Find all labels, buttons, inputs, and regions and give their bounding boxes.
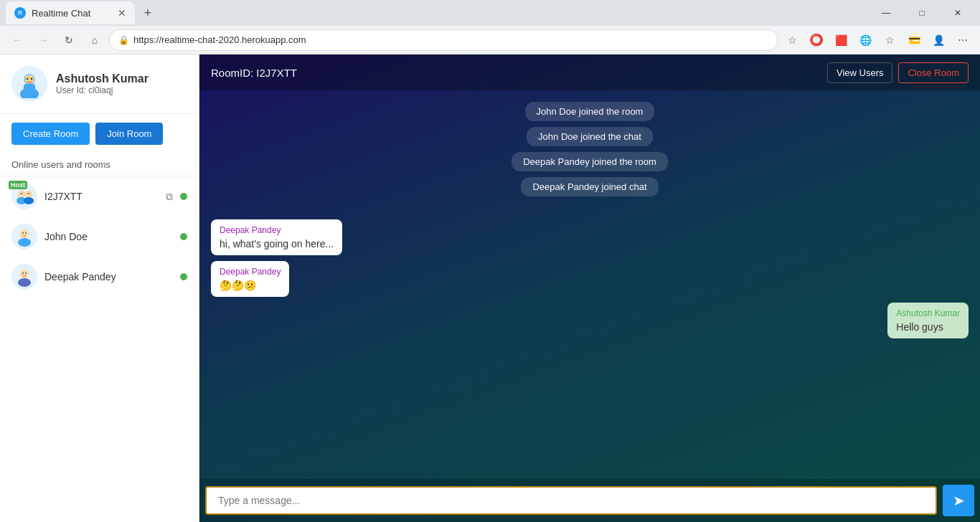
tab-close-icon[interactable]: ✕ <box>118 7 126 19</box>
svg-point-13 <box>27 193 29 194</box>
extension-icon[interactable]: 🟥 <box>829 29 852 52</box>
room-avatar: Host <box>11 184 37 209</box>
svg-point-25 <box>18 278 31 287</box>
chat-header: RoomID: I2J7XTT View Users Close Room <box>199 54 980 90</box>
message-text-right: Hello guys <box>896 321 960 333</box>
svg-point-17 <box>21 230 28 237</box>
message-sender: Deepak Pandey <box>220 225 334 235</box>
opera-icon[interactable]: ⭕ <box>805 29 828 52</box>
sidebar: Ashutosh Kumar User Id: cl0iaqj Create R… <box>0 54 199 522</box>
user-list: Host I2J7XTT ⧉ <box>0 176 199 522</box>
close-button[interactable]: ✕ <box>941 1 974 24</box>
url-text: https://realtime-chat-2020.herokuapp.com <box>133 34 306 45</box>
chat-message-right: Ashutosh Kumar Hello guys <box>887 303 969 338</box>
back-button[interactable]: ← <box>6 29 29 52</box>
menu-icon[interactable]: ⋯ <box>951 29 974 52</box>
forward-button[interactable]: → <box>32 29 55 52</box>
deepak-name: Deepak Pandey <box>44 271 173 283</box>
svg-point-22 <box>21 270 28 277</box>
send-icon: ➤ <box>953 492 965 509</box>
join-room-button[interactable]: Join Room <box>95 123 163 145</box>
message-text: 🤔🤔😕 <box>220 280 281 291</box>
browser-chrome: R Realtime Chat ✕ + — □ ✕ ← → ↻ ⌂ 🔒 http… <box>0 0 980 54</box>
profile-icon[interactable]: 👤 <box>927 29 950 52</box>
reading-list-icon[interactable]: ☆ <box>878 29 901 52</box>
svg-point-12 <box>26 191 32 197</box>
system-message-bubble: Deepak Pandey joined chat <box>521 177 658 196</box>
list-item[interactable]: Deepak Pandey <box>0 257 199 297</box>
list-item[interactable]: John Doe <box>0 217 199 257</box>
user-profile: Ashutosh Kumar User Id: cl0iaqj <box>0 54 199 114</box>
user-name: Ashutosh Kumar <box>56 72 149 85</box>
message-bubble: Deepak Pandey hi, what's going on here..… <box>211 219 342 255</box>
copy-icon[interactable]: ⧉ <box>166 191 173 203</box>
user-id: User Id: cl0iaqj <box>56 85 149 95</box>
app-container: Ashutosh Kumar User Id: cl0iaqj Create R… <box>0 54 980 522</box>
action-buttons: Create Room Join Room <box>0 114 199 153</box>
message-sender-right: Ashutosh Kumar <box>896 308 960 318</box>
system-message: John Doe joined the room <box>525 102 655 121</box>
active-tab[interactable]: R Realtime Chat ✕ <box>6 1 135 24</box>
john-name: John Doe <box>44 231 173 242</box>
messages-area: John Doe joined the room John Doe joined… <box>199 90 980 479</box>
send-button[interactable]: ➤ <box>943 485 974 516</box>
close-room-button[interactable]: Close Room <box>898 62 969 83</box>
message-bubble: Deepak Pandey 🤔🤔😕 <box>211 261 289 297</box>
svg-point-24 <box>25 272 27 274</box>
svg-point-9 <box>22 193 23 194</box>
system-message-bubble: Deepak Pandey joined the room <box>512 152 668 171</box>
svg-point-19 <box>25 232 27 234</box>
avatar-container <box>11 66 47 102</box>
user-avatar <box>11 66 47 102</box>
online-section-label: Online users and rooms <box>0 153 199 176</box>
chat-message-left: Deepak Pandey hi, what's going on here..… <box>211 219 342 255</box>
room-id-text: RoomID: I2J7XTT <box>211 67 297 79</box>
globe-icon[interactable]: 🌐 <box>854 29 877 52</box>
john-avatar <box>11 224 37 250</box>
system-message: Deepak Pandey joined the room <box>512 152 668 171</box>
wallet-icon[interactable]: 💳 <box>903 29 925 52</box>
view-users-button[interactable]: View Users <box>827 62 893 83</box>
browser-nav: ← → ↻ ⌂ 🔒 https://realtime-chat-2020.her… <box>0 26 980 54</box>
message-input[interactable] <box>205 486 937 515</box>
svg-point-15 <box>24 197 34 204</box>
avatar-svg <box>15 70 44 98</box>
tab-favicon: R <box>14 7 26 19</box>
room-avatar-svg <box>14 186 34 207</box>
bookmark-star-icon[interactable]: ☆ <box>781 29 804 52</box>
list-item[interactable]: Host I2J7XTT ⧉ <box>0 176 199 217</box>
tab-bar: R Realtime Chat ✕ + — □ ✕ <box>0 0 980 26</box>
header-buttons: View Users Close Room <box>827 62 969 83</box>
new-tab-button[interactable]: + <box>138 3 158 23</box>
address-bar[interactable]: 🔒 https://realtime-chat-2020.herokuapp.c… <box>109 29 778 51</box>
system-message: John Doe joined the chat <box>527 127 653 146</box>
user-info: Ashutosh Kumar User Id: cl0iaqj <box>56 72 149 95</box>
message-text: hi, what's going on here... <box>220 238 334 250</box>
svg-rect-5 <box>24 84 35 92</box>
lock-icon: 🔒 <box>118 35 129 45</box>
online-indicator <box>180 193 187 200</box>
system-message-bubble: John Doe joined the room <box>525 102 655 121</box>
message-sender: Deepak Pandey <box>220 267 281 277</box>
system-message: Deepak Pandey joined chat <box>521 177 658 196</box>
deepak-avatar <box>11 264 37 290</box>
browser-nav-icons: ☆ ⭕ 🟥 🌐 ☆ 💳 👤 ⋯ <box>781 29 974 52</box>
online-indicator <box>180 273 187 280</box>
svg-point-7 <box>19 191 24 197</box>
reload-button[interactable]: ↻ <box>57 29 80 52</box>
maximize-button[interactable]: □ <box>905 1 938 24</box>
create-room-button[interactable]: Create Room <box>11 123 90 145</box>
chat-area: RoomID: I2J7XTT View Users Close Room Jo… <box>199 54 980 522</box>
chat-input-area: ➤ <box>199 479 980 522</box>
svg-point-20 <box>18 238 31 247</box>
host-badge: Host <box>9 181 27 189</box>
svg-point-23 <box>22 272 24 274</box>
message-bubble-right: Ashutosh Kumar Hello guys <box>887 303 969 338</box>
minimize-button[interactable]: — <box>870 1 903 24</box>
tab-title: Realtime Chat <box>32 8 90 19</box>
room-name: I2J7XTT <box>44 191 159 202</box>
chat-message-left: Deepak Pandey 🤔🤔😕 <box>211 261 289 297</box>
john-avatar-svg <box>14 227 34 247</box>
window-controls: — □ ✕ <box>870 1 974 24</box>
home-button[interactable]: ⌂ <box>83 29 106 52</box>
